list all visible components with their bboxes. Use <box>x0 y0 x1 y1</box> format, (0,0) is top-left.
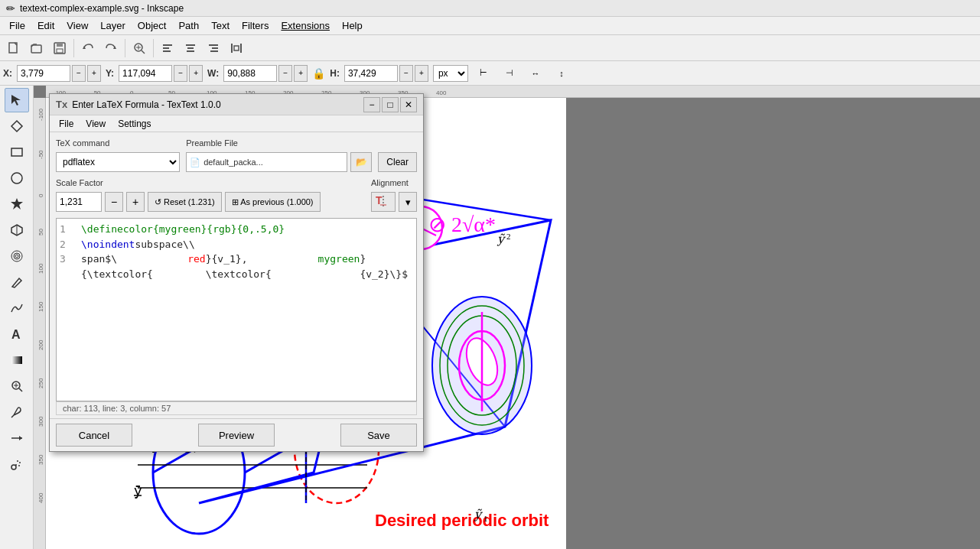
tool-pencil[interactable] <box>5 270 29 294</box>
tool-3d[interactable] <box>5 218 29 242</box>
tool-gradient[interactable] <box>5 348 29 372</box>
h-dec[interactable]: − <box>399 65 413 82</box>
app-title: textext-complex-example.svg - Inkscape <box>20 3 184 14</box>
svg-text:-100: -100 <box>37 108 44 121</box>
tool-node[interactable] <box>5 114 29 138</box>
svg-point-44 <box>18 465 20 466</box>
menu-layer[interactable]: Layer <box>94 18 132 33</box>
x-inc[interactable]: + <box>87 65 101 82</box>
tex-command-select[interactable]: pdflatex latex xelatex <box>56 152 180 172</box>
h-inc[interactable]: + <box>415 65 428 82</box>
undo-button[interactable] <box>77 37 99 59</box>
code-line-3-green: mygreen <box>318 252 360 281</box>
menu-help[interactable]: Help <box>336 18 369 33</box>
tool-calligraphy[interactable] <box>5 296 29 320</box>
y-input[interactable] <box>119 65 172 82</box>
dialog-menu-file[interactable]: File <box>53 117 80 131</box>
align-left-coord-btn[interactable]: ⊢ <box>473 63 494 84</box>
tool-color-picker[interactable] <box>5 400 29 424</box>
save-button[interactable] <box>49 37 70 59</box>
w-label: W: <box>207 68 219 79</box>
y-inc[interactable]: + <box>189 65 203 82</box>
code-line-3-red: red <box>187 252 205 281</box>
tool-rect[interactable] <box>5 140 29 164</box>
reset-btn[interactable]: ↺ Reset (1.231) <box>148 192 222 212</box>
preamble-value: default_packa... <box>203 158 263 167</box>
app-icon: ✏ <box>6 2 15 15</box>
tool-spray[interactable] <box>5 452 29 476</box>
preamble-browse-btn[interactable]: 📂 <box>350 152 372 172</box>
zoom-fit-button[interactable] <box>129 37 150 59</box>
dialog-menu-view[interactable]: View <box>80 117 112 131</box>
x-dec[interactable]: − <box>72 65 86 82</box>
dialog-close[interactable]: ✕ <box>400 97 417 112</box>
svg-marker-27 <box>11 198 23 210</box>
tool-spiral[interactable] <box>5 244 29 268</box>
align-right-btn[interactable] <box>203 37 224 59</box>
dialog-menu-settings[interactable]: Settings <box>112 117 157 131</box>
save-button-dialog[interactable]: Save <box>340 424 417 447</box>
tool-select[interactable] <box>5 88 29 112</box>
scale-dec-btn[interactable]: − <box>105 192 123 212</box>
menu-edit[interactable]: Edit <box>31 18 60 33</box>
scale-alignment-row: Scale Factor − + ↺ Reset (1.231) ⊞ As pr… <box>56 178 417 212</box>
unit-select[interactable]: px mm cm pt <box>433 65 468 82</box>
w-dec[interactable]: − <box>278 65 292 82</box>
dialog-maximize[interactable]: □ <box>382 97 399 112</box>
svg-marker-40 <box>19 436 22 440</box>
flip-v-btn[interactable]: ↕ <box>551 63 572 84</box>
line-num-3: 3 <box>60 252 75 281</box>
menu-object[interactable]: Object <box>132 18 173 33</box>
menu-view[interactable]: View <box>60 18 94 33</box>
clear-button[interactable]: Clear <box>378 152 417 172</box>
redo-button[interactable] <box>100 37 122 59</box>
tool-text[interactable]: A <box>5 322 29 346</box>
menu-path[interactable]: Path <box>172 18 205 33</box>
cancel-button[interactable]: Cancel <box>56 424 132 447</box>
flip-h-btn[interactable]: ↔ <box>525 63 546 84</box>
svg-text:250: 250 <box>37 378 44 388</box>
code-editor[interactable]: 1 \definecolor{mygreen}{rgb}{0,.5,0} 2 \… <box>56 218 417 401</box>
align-center-btn[interactable] <box>180 37 201 59</box>
tool-zoom-canvas[interactable] <box>5 374 29 398</box>
distribute-btn[interactable] <box>226 37 247 59</box>
menu-extensions[interactable]: Extensions <box>275 18 336 33</box>
h-input[interactable] <box>344 65 398 82</box>
alignment-dropdown-btn[interactable]: ▾ <box>399 192 417 212</box>
canvas-area[interactable]: -100 -50 0 50 100 150 200 250 300 350 40… <box>34 86 980 549</box>
dialog-titlebar[interactable]: Tx Enter LaTeX Formula - TexText 1.0.0 −… <box>50 94 423 115</box>
menu-file[interactable]: File <box>3 18 31 33</box>
svg-text:-50: -50 <box>37 150 44 159</box>
ruler-left: -100 -50 0 50 100 150 200 250 300 350 40… <box>34 98 46 549</box>
svg-point-26 <box>11 173 22 184</box>
tool-star[interactable] <box>5 192 29 216</box>
align-left-btn[interactable] <box>157 37 178 59</box>
lock-icon[interactable]: 🔒 <box>312 67 325 80</box>
svg-text:400: 400 <box>37 492 44 503</box>
tex-preamble-row: TeX command pdflatex latex xelatex Pream… <box>56 138 417 172</box>
open-button[interactable] <box>26 37 47 59</box>
preamble-section: Preamble File 📄 default_packa... 📂 <box>186 138 372 172</box>
svg-text:350: 350 <box>37 454 44 465</box>
code-line-3-text3: }{v_2}\}$ <box>360 252 413 281</box>
scale-input[interactable] <box>56 192 102 212</box>
dialog-minimize[interactable]: − <box>363 97 380 112</box>
preview-button[interactable]: Preview <box>198 424 275 447</box>
align-center-coord-btn[interactable]: ⊣ <box>499 63 520 84</box>
tool-circle[interactable] <box>5 166 29 190</box>
x-input[interactable] <box>17 65 70 82</box>
preamble-row: 📄 default_packa... 📂 <box>186 152 372 172</box>
svg-rect-22 <box>234 46 239 50</box>
tool-connector[interactable] <box>5 426 29 450</box>
new-button[interactable] <box>3 37 24 59</box>
y-dec[interactable]: − <box>174 65 187 82</box>
scale-inc-btn[interactable]: + <box>126 192 145 212</box>
menu-filters[interactable]: Filters <box>236 18 275 33</box>
menu-text[interactable]: Text <box>205 18 236 33</box>
scale-section: Scale Factor − + ↺ Reset (1.231) ⊞ As pr… <box>56 178 365 212</box>
asprev-btn[interactable]: ⊞ As previous (1.000) <box>225 192 321 212</box>
w-inc[interactable]: + <box>294 65 308 82</box>
alignment-icon: T <box>371 192 396 212</box>
preamble-field: 📄 default_packa... <box>186 152 347 172</box>
w-input[interactable] <box>223 65 277 82</box>
